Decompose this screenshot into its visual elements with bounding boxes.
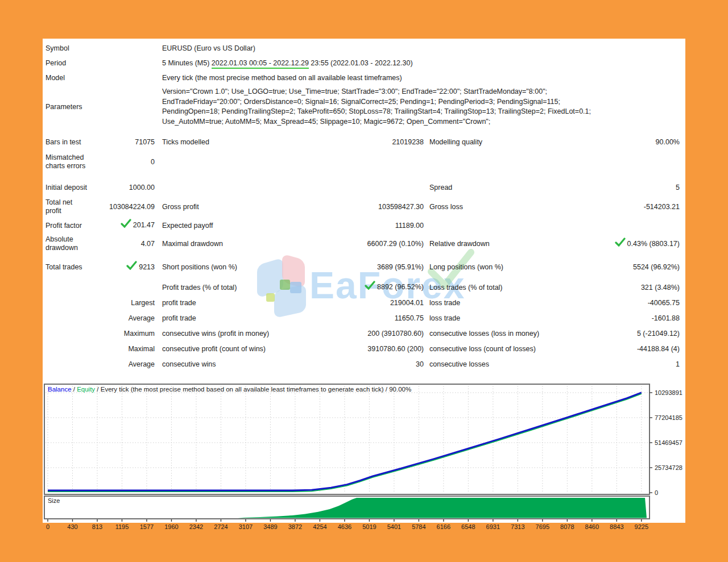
- stat-label: loss trade: [429, 314, 572, 322]
- x-axis-label: 8078: [560, 523, 574, 530]
- model-value: Every tick (the most precise method base…: [162, 74, 402, 82]
- x-axis-label: 3872: [288, 523, 302, 530]
- stat-value: 5524 (96.92%): [572, 263, 685, 271]
- stat-value: 21019238: [330, 138, 424, 146]
- table-row: Absolutedrawdown 4.07 Maximal drawdown 6…: [43, 233, 685, 255]
- stat-value: 5 (-21049.12): [572, 330, 685, 338]
- table-row: Profit factor 201.47 Expected payoff 111…: [43, 218, 685, 233]
- y-axis-label: 51469457: [655, 439, 682, 446]
- x-axis-label: 6931: [486, 523, 500, 530]
- chart-legend-part: /: [72, 386, 77, 393]
- x-axis-label: 5019: [362, 523, 376, 530]
- stat-label: consecutive loss (count of losses): [429, 345, 572, 353]
- stat-label: consecutive losses: [429, 360, 572, 368]
- stat-value: 8892 (96.52%): [330, 282, 424, 293]
- stat-value: 3910780.60 (200): [330, 345, 424, 353]
- chart-legend-part: Equity: [77, 386, 95, 393]
- y-axis-label: 25734728: [655, 464, 682, 471]
- stats-table: Bars in test 71075 Ticks modelled 210192…: [43, 134, 685, 372]
- check-icon: [121, 219, 131, 230]
- stat-value: 0: [94, 158, 155, 166]
- check-icon: [126, 261, 137, 272]
- chart-legend-part: / Every tick (the most precise method ba…: [95, 386, 411, 393]
- stat-value-text: 201.47: [133, 221, 155, 229]
- x-axis-label: 5401: [387, 523, 401, 530]
- stat-label: profit trade: [162, 314, 330, 322]
- stat-value: 4.07: [94, 240, 155, 248]
- x-axis-label: 430: [67, 523, 77, 530]
- stat-value: 103598427.30: [330, 203, 424, 211]
- table-row: Total netprofit 103084224.09 Gross profi…: [43, 196, 685, 218]
- x-axis-label: 8843: [610, 523, 623, 530]
- x-axis-label: 3489: [263, 523, 277, 530]
- x-axis-label: 4636: [338, 523, 351, 530]
- x-axis-label: 6166: [437, 523, 450, 530]
- parameters-row: Parameters Version="Crown 1.0"; Use_LOGO…: [43, 87, 685, 127]
- x-axis-label: 1960: [164, 523, 178, 530]
- y-axis-label: 77204185: [655, 414, 682, 421]
- table-row: Mismatchedcharts errors 0: [43, 149, 685, 174]
- stat-label: Mismatchedcharts errors: [46, 153, 94, 170]
- table-row: Total trades 9213 Short positions (won %…: [43, 255, 685, 280]
- stat-label: Initial deposit: [46, 184, 94, 192]
- stat-value: 5: [572, 184, 685, 192]
- stat-value: 1000.00: [94, 184, 155, 192]
- stat-value-text: 0.43% (8803.17): [627, 239, 680, 247]
- stat-label: loss trade: [429, 299, 572, 307]
- parameters-line: EndTradeFriday="20:00"; OrdersDistance=0…: [162, 97, 591, 107]
- symbol-row: Symbol EURUSD (Euro vs US Dollar): [43, 39, 685, 56]
- symbol-value: EURUSD (Euro vs US Dollar): [162, 44, 255, 52]
- stat-label: consecutive wins: [162, 360, 330, 368]
- stat-value: 200 (3910780.60): [330, 330, 424, 338]
- table-row: Maximum consecutive wins (profit in mone…: [43, 326, 685, 341]
- stat-label: Absolutedrawdown: [46, 235, 94, 252]
- spacer: [43, 174, 685, 179]
- stat-label: Profit trades (% of total): [162, 284, 330, 292]
- stat-label-line: charts errors: [46, 162, 94, 170]
- stat-label: Loss trades (% of total): [429, 284, 572, 292]
- stat-qualifier: Average: [46, 314, 155, 322]
- x-axis-label: 813: [92, 523, 102, 530]
- period-prefix: 5 Minutes (M5): [162, 59, 212, 67]
- stat-value: 11189.00: [330, 222, 424, 230]
- stat-value-text: 9213: [139, 263, 155, 270]
- chart-legend-part: Balance: [48, 386, 72, 393]
- symbol-label: Symbol: [46, 44, 162, 52]
- check-icon: [365, 281, 375, 292]
- x-axis-label: 7313: [511, 523, 524, 530]
- x-axis-label: 7695: [536, 523, 549, 530]
- table-row: Average consecutive wins 30 consecutive …: [43, 356, 685, 372]
- stat-value: 201.47: [94, 220, 155, 231]
- y-axis-label: 0: [655, 489, 658, 496]
- model-label: Model: [46, 74, 162, 82]
- stat-value: 1: [572, 360, 685, 368]
- balance-equity-chart: 025734728514694577720418510293891Balance…: [43, 384, 685, 532]
- table-row: Average profit trade 11650.75 loss trade…: [43, 310, 685, 326]
- x-axis-label: 4254: [313, 523, 326, 530]
- parameters-label: Parameters: [46, 103, 162, 111]
- stat-value: -1601.88: [572, 314, 685, 322]
- period-suffix: 23:55 (2022.01.03 - 2022.12.30): [309, 59, 413, 67]
- stat-value: 66007.29 (0.10%): [330, 240, 424, 248]
- x-axis-label: 2342: [189, 523, 203, 530]
- stat-label-line: Absolute: [46, 235, 94, 244]
- stat-value: 71075: [94, 138, 155, 146]
- stat-value: 9213: [94, 262, 155, 273]
- table-row: Largest profit trade 219004.01 loss trad…: [43, 295, 685, 310]
- stat-label: Total trades: [46, 263, 94, 271]
- stat-value-text: 8892 (96.52%): [377, 283, 424, 291]
- stat-value: -44188.84 (4): [572, 345, 685, 353]
- x-axis-label: 9225: [635, 523, 648, 530]
- stat-qualifier: Largest: [46, 299, 155, 307]
- x-axis-label: 8460: [585, 523, 599, 530]
- table-row: Maximal consecutive profit (count of win…: [43, 341, 685, 356]
- stat-label: consecutive profit (count of wins): [162, 345, 330, 353]
- stat-value: 90.00%: [572, 138, 685, 146]
- strategy-tester-report: Symbol EURUSD (Euro vs US Dollar) Period…: [43, 39, 685, 523]
- stat-label: Ticks modelled: [162, 138, 330, 146]
- stat-label: Bars in test: [46, 138, 94, 146]
- y-axis-label: 10293891: [655, 389, 682, 396]
- x-axis-label: 1577: [140, 523, 154, 530]
- stat-label-line: Mismatched: [46, 153, 94, 162]
- x-axis-label: 2724: [214, 523, 228, 530]
